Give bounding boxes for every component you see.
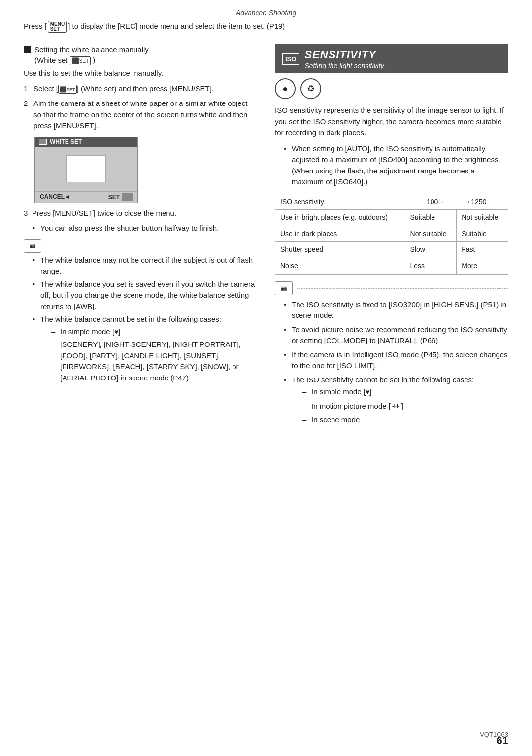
set-icon-box xyxy=(122,193,133,201)
table-row-noise: Noise Less More xyxy=(275,258,508,274)
sensitivity-subtitle: Setting the light sensitivity xyxy=(304,62,384,69)
table-cell-bright-not: Not suitable xyxy=(457,210,508,226)
dashed-line-left xyxy=(45,246,257,246)
dash-list-left: In simple mode [♥] [SCENERY], [NIGHT SCE… xyxy=(51,326,257,384)
right-column: ISO SENSITIVITY Setting the light sensit… xyxy=(275,44,508,428)
table-cell-bright-label: Use in bright places (e.g. outdoors) xyxy=(275,210,405,226)
model-number: VQT1C63 xyxy=(480,731,508,738)
step-2: 2 Aim the camera at a sheet of white pap… xyxy=(24,98,257,132)
iso-badge: ISO xyxy=(282,53,299,65)
table-cell-noise-more: More xyxy=(457,258,508,274)
table-row-header: ISO sensitivity 100 ← →1250 xyxy=(275,194,508,210)
table-cell-header-label: ISO sensitivity xyxy=(275,194,405,210)
table-cell-shutter-slow: Slow xyxy=(405,242,457,258)
white-set-title-bar: WHITE SET xyxy=(35,137,137,147)
right-dash-simple: In simple mode [♥] xyxy=(302,386,508,398)
sensitivity-header: ISO SENSITIVITY Setting the light sensit… xyxy=(275,44,508,73)
set-right: SET xyxy=(108,193,133,201)
note-row-right: 📷 xyxy=(275,281,508,295)
dashed-line-right xyxy=(297,288,508,289)
white-set-small-icon xyxy=(39,139,47,145)
motion-icon: ▪H▪ xyxy=(391,402,401,411)
white-balance-heading: Setting the white balance manually (Whit… xyxy=(24,44,257,65)
note-row-left: 📷 xyxy=(24,239,257,253)
dash-item-scenery: [SCENERY], [NIGHT SCENERY], [NIGHT PORTR… xyxy=(51,339,257,383)
intro-line: Press [MENUSET] to display the [REC] mod… xyxy=(24,22,285,30)
cancel-label: CANCEL◄ xyxy=(40,193,70,201)
table-cell-bright-suitable: Suitable xyxy=(405,210,457,226)
table-cell-noise-label: Noise xyxy=(275,258,405,274)
note-bullet-1: The white balance may not be correct if … xyxy=(33,255,257,277)
white-set-select-icon: ⬛SET xyxy=(58,85,77,94)
table-cell-range: 100 ← →1250 xyxy=(405,194,508,210)
iso-table: ISO sensitivity 100 ← →1250 Use in brigh… xyxy=(275,194,508,275)
table-cell-noise-less: Less xyxy=(405,258,457,274)
step-2-text: Aim the camera at a sheet of white paper… xyxy=(33,98,257,132)
instruction-text: Use this to set the white balance manual… xyxy=(24,68,257,79)
auto-iso-bullet-item: When setting to [AUTO], the ISO sensitiv… xyxy=(284,143,508,188)
note-bullets-right: The ISO sensitivity is fixed to [ISO3200… xyxy=(284,299,508,426)
body-text-1: ISO sensitivity represents the sensitivi… xyxy=(275,105,508,138)
step-num-1: 1 xyxy=(24,83,33,95)
sensitivity-title: SENSITIVITY xyxy=(304,48,384,61)
left-column: Setting the white balance manually (Whit… xyxy=(24,44,257,428)
table-cell-shutter-label: Shutter speed xyxy=(275,242,405,258)
page-footer: 61 VQT1C63 xyxy=(0,734,532,747)
right-note-2: To avoid picture noise we recommend redu… xyxy=(284,324,508,346)
heart-icon-right: ♥ xyxy=(366,388,369,396)
right-note-1: The ISO sensitivity is fixed to [ISO3200… xyxy=(284,299,508,321)
right-dash-list: In simple mode [♥] In motion picture mod… xyxy=(302,386,508,426)
white-set-label: WHITE SET xyxy=(50,138,82,145)
table-cell-dark-suitable: Suitable xyxy=(457,226,508,242)
right-note-4: The ISO sensitivity cannot be set in the… xyxy=(284,375,508,426)
note-bullet-2: The white balance you set is saved even … xyxy=(33,279,257,312)
white-set-box: WHITE SET CANCEL◄ SET xyxy=(34,137,138,203)
step-num-2: 2 xyxy=(24,98,33,109)
step-1-text: Select [⬛SET] (White set) and then press… xyxy=(33,83,257,95)
table-row-bright: Use in bright places (e.g. outdoors) Sui… xyxy=(275,210,508,226)
table-cell-dark-not: Not suitable xyxy=(405,226,457,242)
white-set-footer: CANCEL◄ SET xyxy=(35,191,137,203)
step-3: 3 Press [MENU/SET] twice to close the me… xyxy=(24,208,257,219)
right-note-3: If the camera is in Intelligent ISO mode… xyxy=(284,349,508,372)
auto-iso-bullet: When setting to [AUTO], the ISO sensitiv… xyxy=(284,143,508,188)
mode-icon-scene: ♻ xyxy=(300,78,321,99)
table-cell-dark-label: Use in dark places xyxy=(275,226,405,242)
table-cell-shutter-fast: Fast xyxy=(457,242,508,258)
white-set-icon-inline: ⬛SET xyxy=(70,56,91,66)
steps-list: 1 Select [⬛SET] (White set) and then pre… xyxy=(24,83,257,132)
header-title: Advanced-Shooting xyxy=(236,9,296,17)
heart-icon: ♥ xyxy=(114,328,118,336)
white-rect xyxy=(66,155,106,182)
note-bullet-3: The white balance cannot be set in the f… xyxy=(33,314,257,383)
sensitivity-title-block: SENSITIVITY Setting the light sensitivit… xyxy=(304,48,384,69)
menu-set-icon: MENUSET xyxy=(48,21,67,33)
step-1: 1 Select [⬛SET] (White set) and then pre… xyxy=(24,83,257,95)
after-bullets: You can also press the shutter button ha… xyxy=(33,223,257,234)
note-icon-left: 📷 xyxy=(24,239,41,253)
page-header: Advanced-Shooting xyxy=(0,0,532,21)
table-row-shutter: Shutter speed Slow Fast xyxy=(275,242,508,258)
right-dash-scene: In scene mode xyxy=(302,414,508,426)
note-icon-right: 📷 xyxy=(275,281,293,295)
table-row-dark: Use in dark places Not suitable Suitable xyxy=(275,226,508,242)
bullet-shutter: You can also press the shutter button ha… xyxy=(33,223,257,234)
white-set-inner xyxy=(35,147,137,191)
dash-item-simple: In simple mode [♥] xyxy=(51,326,257,338)
section-bullet xyxy=(24,46,31,53)
page-content: Setting the white balance manually (Whit… xyxy=(0,39,532,448)
mode-icon-program: ● xyxy=(275,78,296,99)
right-dash-motion: In motion picture mode [▪H▪] xyxy=(302,401,508,412)
mode-icons: ● ♻ xyxy=(275,78,508,99)
note-bullets-left: The white balance may not be correct if … xyxy=(33,255,257,384)
